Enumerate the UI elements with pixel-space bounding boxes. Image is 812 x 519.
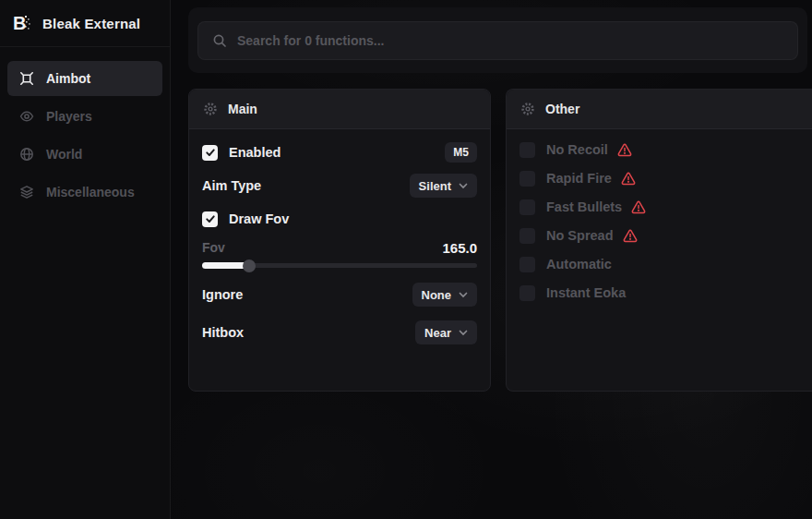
toggle-row-no-recoil: No Recoil: [519, 141, 803, 158]
sidebar-nav: Aimbot Players World: [0, 47, 170, 226]
other-panel-body: No Recoil Rapid Fire F: [507, 129, 812, 325]
fov-label: Fov: [202, 240, 225, 255]
aim-type-label: Aim Type: [202, 178, 261, 193]
warning-icon: [621, 172, 636, 186]
aim-type-row: Aim Type Silent: [202, 174, 477, 198]
panel-title: Main: [228, 102, 257, 116]
sidebar: B Bleak External Aimbot: [0, 0, 171, 519]
fov-slider: [202, 259, 477, 273]
main-panel: Main Enabled M5 Aim Type Silent: [188, 89, 491, 392]
toggle-row-rapid-fire: Rapid Fire: [519, 170, 803, 187]
warning-icon: [623, 229, 638, 243]
rapid-fire-checkbox[interactable]: [519, 171, 535, 187]
gear-icon: [203, 102, 218, 116]
chevron-down-icon: [459, 183, 468, 189]
toggle-label: No Spread: [546, 228, 614, 243]
toggle-label: Fast Bullets: [546, 199, 622, 214]
draw-fov-label: Draw Fov: [229, 211, 289, 226]
toggle-row-automatic: Automatic: [519, 256, 803, 272]
warning-icon: [631, 200, 646, 214]
check-icon: [205, 147, 216, 158]
no-spread-checkbox[interactable]: [519, 228, 535, 244]
draw-fov-row: Draw Fov: [202, 209, 477, 229]
app-title: Bleak External: [42, 16, 140, 31]
gear-icon: [520, 102, 535, 116]
sidebar-item-label: Miscellaneous: [46, 185, 135, 199]
hitbox-label: Hitbox: [202, 325, 244, 340]
aim-type-dropdown[interactable]: Silent: [410, 174, 477, 198]
app-logo-icon: B: [11, 12, 33, 34]
enabled-keybind-badge[interactable]: M5: [445, 142, 477, 163]
automatic-checkbox[interactable]: [519, 257, 535, 272]
main-panel-header: Main: [189, 90, 490, 129]
ignore-dropdown[interactable]: None: [412, 283, 478, 307]
instant-eoka-checkbox[interactable]: [519, 285, 535, 301]
toggle-row-instant-eoka: Instant Eoka: [519, 284, 803, 301]
enabled-checkbox[interactable]: [202, 145, 218, 161]
eye-icon: [19, 109, 34, 124]
ignore-row: Ignore None: [202, 283, 477, 307]
chevron-down-icon: [459, 330, 468, 336]
other-panel-header: Other: [507, 90, 812, 129]
main-panel-body: Enabled M5 Aim Type Silent Draw Fov Fov …: [189, 129, 490, 356]
sidebar-item-aimbot[interactable]: Aimbot: [7, 61, 162, 96]
check-icon: [205, 213, 216, 224]
svg-text:B: B: [13, 13, 26, 33]
search-icon: [212, 33, 227, 48]
search-input[interactable]: Search for 0 functions...: [197, 21, 798, 60]
hitbox-value: Near: [424, 326, 451, 340]
chevron-down-icon: [459, 292, 468, 298]
app-brand: B Bleak External: [0, 0, 170, 47]
fov-header-row: Fov 165.0: [202, 238, 477, 257]
sidebar-item-players[interactable]: Players: [7, 99, 162, 134]
sidebar-item-label: Aimbot: [46, 71, 90, 86]
globe-icon: [19, 147, 34, 162]
hitbox-dropdown[interactable]: Near: [415, 320, 477, 344]
toggle-row-fast-bullets: Fast Bullets: [519, 199, 803, 215]
hitbox-row: Hitbox Near: [202, 320, 477, 344]
draw-fov-checkbox[interactable]: [202, 211, 218, 227]
toggle-label: No Recoil: [546, 142, 608, 157]
enabled-row: Enabled M5: [202, 142, 477, 163]
enabled-label: Enabled: [229, 145, 281, 160]
ignore-label: Ignore: [202, 287, 243, 302]
search-placeholder: Search for 0 functions...: [237, 33, 384, 48]
other-panel: Other No Recoil Rapid Fire: [506, 89, 812, 392]
toggle-row-no-spread: No Spread: [519, 227, 803, 244]
no-recoil-checkbox[interactable]: [519, 142, 535, 158]
ignore-value: None: [422, 288, 452, 302]
sidebar-item-label: World: [46, 147, 82, 162]
panel-title: Other: [545, 102, 579, 116]
fov-slider-thumb[interactable]: [243, 260, 256, 272]
sidebar-item-world[interactable]: World: [7, 137, 162, 172]
layers-icon: [19, 185, 34, 199]
aim-type-value: Silent: [419, 179, 451, 193]
toggle-label: Automatic: [546, 257, 612, 272]
warning-icon: [617, 143, 632, 157]
search-panel: Search for 0 functions...: [188, 7, 807, 73]
crosshair-icon: [19, 71, 34, 86]
toggle-label: Instant Eoka: [546, 285, 626, 300]
fast-bullets-checkbox[interactable]: [519, 199, 535, 215]
fov-value: 165.0: [442, 240, 477, 256]
toggle-label: Rapid Fire: [546, 171, 612, 186]
sidebar-item-label: Players: [46, 109, 92, 124]
sidebar-item-miscellaneous[interactable]: Miscellaneous: [7, 175, 162, 210]
